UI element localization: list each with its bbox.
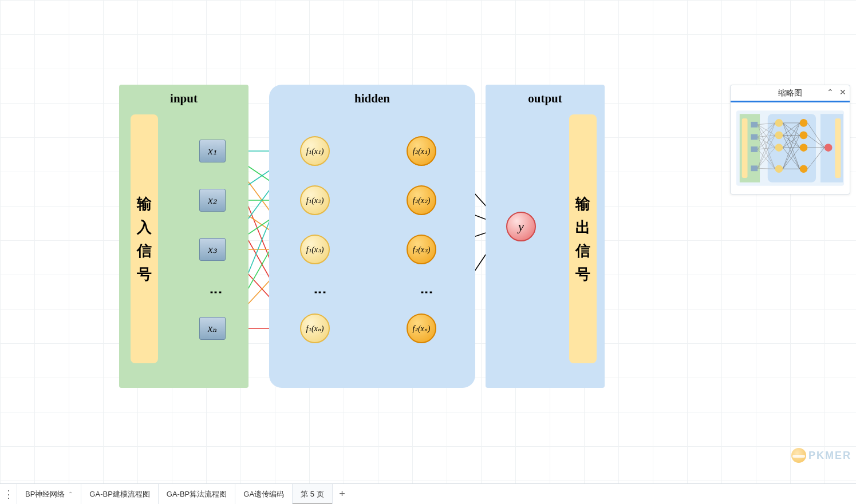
minimap-panel[interactable]: 缩略图 ⌃ ✕ [730,85,850,195]
tab-label: GA-BP算法流程图 [167,489,227,499]
hidden1-node[interactable]: f₁(x₃) [300,235,330,264]
svg-point-58 [800,165,808,173]
vertical-dots: ⋮ [313,286,328,299]
output-signal-bar[interactable]: 输出信号 [569,114,597,363]
signal-char: 信 [137,241,152,261]
chevron-up-icon[interactable]: ⌃ [68,491,73,497]
sheet-tab[interactable]: BP神经网络⌃ [17,484,81,504]
input-layer-title: input [119,92,248,106]
hidden1-node[interactable]: f₁(xₙ) [300,313,330,343]
tab-menu-icon[interactable]: ⋮ [0,484,17,504]
sheet-tab[interactable]: 第 5 页 [293,484,332,504]
sheet-tab[interactable]: GA-BP算法流程图 [159,484,235,504]
svg-point-53 [775,144,783,152]
watermark-text: PKMER [808,450,851,462]
svg-rect-43 [768,114,816,182]
svg-rect-48 [751,134,758,140]
vertical-dots: ⋮ [208,286,223,299]
sheet-tab-bar: ⋮ BP神经网络⌃GA-BP建模流程图GA-BP算法流程图GA遗传编码第 5 页… [0,483,856,504]
hidden2-node[interactable]: f₂(x₃) [407,235,436,264]
watermark: PKMER [791,448,851,463]
hidden2-node[interactable]: f₂(x₁) [407,136,436,166]
sheet-tab[interactable]: GA-BP建模流程图 [81,484,158,504]
hidden1-node[interactable]: f₁(x₁) [300,136,330,166]
svg-rect-46 [835,118,841,178]
minimap-body[interactable] [731,102,850,194]
tab-label: BP神经网络 [25,489,65,499]
signal-char: 输 [137,194,152,214]
input-node[interactable]: x₃ [199,238,226,261]
input-signal-bar[interactable]: 输入信号 [131,114,158,363]
svg-point-57 [800,144,808,152]
svg-rect-50 [751,165,758,171]
signal-char: 入 [137,217,152,237]
svg-rect-45 [742,118,748,178]
svg-point-51 [775,119,783,127]
add-tab-button[interactable]: + [333,484,352,504]
input-node[interactable]: x₂ [199,189,226,212]
hidden2-node[interactable]: f₂(x₂) [407,185,436,215]
pkmer-logo-icon [791,448,806,463]
hidden2-node[interactable]: f₂(xₙ) [407,313,436,343]
input-node[interactable]: xₙ [199,317,226,340]
output-node[interactable]: y [506,212,536,241]
svg-point-54 [775,165,783,173]
input-node[interactable]: x₁ [199,140,226,162]
diagram-canvas[interactable]: input hidden output 输入信号 输出信号 x₁x₂x₃xₙf₁… [0,0,856,483]
minimap-collapse-icon[interactable]: ⌃ [827,88,834,97]
tab-label: GA遗传编码 [243,489,284,499]
signal-char: 输 [575,194,590,214]
hidden-layer-title: hidden [269,92,475,106]
signal-char: 信 [575,241,590,261]
sheet-tab[interactable]: GA遗传编码 [235,484,293,504]
hidden-panel[interactable]: hidden [269,85,475,388]
tab-label: 第 5 页 [301,489,324,499]
signal-char: 号 [575,264,590,284]
svg-point-59 [825,144,833,152]
svg-point-55 [800,119,808,127]
hidden1-node[interactable]: f₁(x₂) [300,185,330,215]
svg-rect-49 [751,146,758,152]
minimap-close-icon[interactable]: ✕ [839,88,846,97]
svg-point-52 [775,132,783,140]
signal-char: 出 [575,217,590,237]
tab-label: GA-BP建模流程图 [89,489,149,499]
svg-rect-47 [751,122,758,128]
signal-char: 号 [137,264,152,284]
vertical-dots: ⋮ [419,286,434,299]
svg-point-56 [800,132,808,140]
minimap-title: 缩略图 [778,88,802,98]
output-layer-title: output [486,92,605,106]
